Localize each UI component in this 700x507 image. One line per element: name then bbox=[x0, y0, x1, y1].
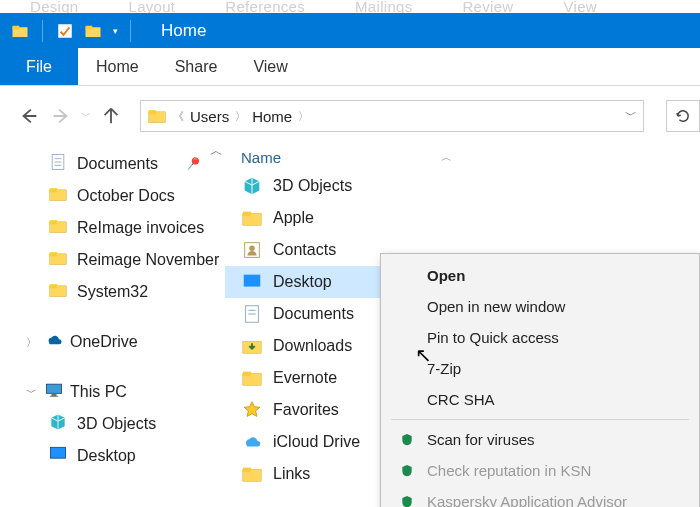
file-item-3d-objects[interactable]: 3D Objects bbox=[225, 170, 700, 202]
breadcrumb-sep-icon[interactable]: 《 bbox=[173, 109, 184, 124]
tab-view[interactable]: View bbox=[235, 48, 305, 85]
ctx-label: 7-Zip bbox=[427, 360, 461, 377]
tab-share[interactable]: Share bbox=[157, 48, 236, 85]
context-menu: Open Open in new window Pin to Quick acc… bbox=[380, 253, 700, 507]
ctx-pin-quick-access[interactable]: Pin to Quick access bbox=[381, 322, 699, 353]
sidebar-item-reimage-invoices[interactable]: ReImage invoices bbox=[20, 212, 225, 244]
folder-icon bbox=[48, 184, 68, 208]
icloud-icon bbox=[241, 431, 263, 453]
sidebar-label: Desktop bbox=[77, 447, 136, 465]
sidebar-label: System32 bbox=[77, 283, 148, 301]
document-icon bbox=[48, 152, 68, 176]
refresh-button[interactable] bbox=[666, 100, 700, 132]
sort-indicator-icon: ︿ bbox=[441, 150, 452, 165]
chevron-right-icon[interactable]: 〉 bbox=[298, 109, 309, 124]
folder-icon bbox=[241, 207, 263, 229]
svg-rect-21 bbox=[50, 396, 58, 397]
sidebar-label: 3D Objects bbox=[77, 415, 156, 433]
ctx-open[interactable]: Open bbox=[381, 260, 699, 291]
sidebar-label: Documents bbox=[77, 155, 158, 173]
svg-rect-2 bbox=[58, 24, 72, 38]
sidebar-item-reimage-november[interactable]: Reimage November bbox=[20, 244, 225, 276]
ctx-label: CRC SHA bbox=[427, 391, 495, 408]
svg-rect-36 bbox=[243, 468, 251, 473]
sidebar-label: Reimage November bbox=[77, 251, 219, 269]
breadcrumb-users[interactable]: Users bbox=[190, 108, 229, 125]
onedrive-icon bbox=[44, 330, 64, 354]
sidebar-item-october-docs[interactable]: October Docs bbox=[20, 180, 225, 212]
svg-rect-34 bbox=[243, 372, 251, 377]
nav-recent-dropdown[interactable]: ﹀ bbox=[78, 101, 94, 131]
3d-objects-icon bbox=[48, 412, 68, 436]
ctx-label: Check reputation in KSN bbox=[427, 462, 591, 479]
3d-objects-icon bbox=[241, 175, 263, 197]
ctx-separator bbox=[391, 419, 689, 420]
sidebar-label: ReImage invoices bbox=[77, 219, 204, 237]
document-icon bbox=[241, 303, 263, 325]
svg-rect-20 bbox=[52, 394, 57, 396]
svg-rect-6 bbox=[149, 110, 157, 114]
ctx-label: Kaspersky Application Advisor bbox=[427, 493, 627, 507]
ctx-open-new-window[interactable]: Open in new window bbox=[381, 291, 699, 322]
scroll-up-icon[interactable]: ︿ bbox=[210, 142, 223, 160]
window-title: Home bbox=[161, 21, 206, 41]
folder-icon bbox=[48, 216, 68, 240]
svg-rect-22 bbox=[51, 447, 66, 458]
shield-icon bbox=[397, 461, 417, 481]
nav-up-button[interactable] bbox=[96, 101, 126, 131]
favorites-icon bbox=[241, 399, 263, 421]
file-tab[interactable]: File bbox=[0, 48, 78, 85]
folder-icon bbox=[241, 367, 263, 389]
breadcrumb-home[interactable]: Home bbox=[252, 108, 292, 125]
qat-folder-icon[interactable] bbox=[83, 21, 103, 41]
file-item-apple[interactable]: Apple bbox=[225, 202, 700, 234]
nav-back-button[interactable] bbox=[14, 101, 44, 131]
svg-rect-25 bbox=[243, 212, 251, 217]
file-label: iCloud Drive bbox=[273, 433, 360, 451]
properties-icon[interactable] bbox=[55, 21, 75, 41]
sidebar: ︿ Documents 📍 October Docs ReImage invoi… bbox=[0, 140, 225, 507]
svg-rect-12 bbox=[50, 188, 58, 192]
folder-icon bbox=[48, 248, 68, 272]
folder-icon bbox=[48, 280, 68, 304]
file-label: Desktop bbox=[273, 273, 332, 291]
sidebar-item-3d-objects[interactable]: 3D Objects bbox=[20, 408, 225, 440]
sidebar-label: OneDrive bbox=[70, 333, 138, 351]
address-folder-icon bbox=[147, 106, 167, 126]
ribbon-tabs: File Home Share View bbox=[0, 48, 700, 86]
sidebar-label: October Docs bbox=[77, 187, 175, 205]
sidebar-this-pc[interactable]: ﹀ This PC bbox=[20, 376, 225, 408]
ctx-label: Scan for viruses bbox=[427, 431, 535, 448]
ctx-scan-viruses[interactable]: Scan for viruses bbox=[381, 424, 699, 455]
ctx-7zip[interactable]: 7-Zip bbox=[381, 353, 699, 384]
tab-home[interactable]: Home bbox=[78, 48, 157, 85]
chevron-right-icon[interactable]: 〉 bbox=[24, 335, 38, 350]
sidebar-label: This PC bbox=[70, 383, 127, 401]
file-label: Apple bbox=[273, 209, 314, 227]
qat-dropdown-icon[interactable]: ▾ bbox=[113, 26, 118, 36]
sidebar-item-desktop[interactable]: Desktop bbox=[20, 440, 225, 472]
sidebar-item-system32[interactable]: System32 bbox=[20, 276, 225, 308]
contacts-icon bbox=[241, 239, 263, 261]
svg-rect-1 bbox=[13, 25, 20, 29]
file-label: Documents bbox=[273, 305, 354, 323]
ctx-kaspersky-advisor[interactable]: Kaspersky Application Advisor bbox=[381, 486, 699, 507]
sidebar-onedrive[interactable]: 〉 OneDrive bbox=[20, 326, 225, 358]
ctx-crc-sha[interactable]: CRC SHA bbox=[381, 384, 699, 415]
ctx-label: Open in new window bbox=[427, 298, 565, 315]
address-expand-icon[interactable]: ﹀ bbox=[625, 107, 637, 124]
ctx-label: Open bbox=[427, 267, 465, 284]
column-label: Name bbox=[241, 149, 281, 166]
address-row: ﹀ 《 Users 〉 Home 〉 ﹀ bbox=[0, 92, 700, 140]
file-label: Favorites bbox=[273, 401, 339, 419]
sidebar-item-documents[interactable]: Documents 📍 bbox=[20, 148, 225, 180]
file-label: Evernote bbox=[273, 369, 337, 387]
ctx-check-ksn[interactable]: Check reputation in KSN bbox=[381, 455, 699, 486]
nav-forward-button[interactable] bbox=[46, 101, 76, 131]
chevron-right-icon[interactable]: 〉 bbox=[235, 109, 246, 124]
chevron-down-icon[interactable]: ﹀ bbox=[24, 385, 38, 400]
svg-rect-18 bbox=[50, 284, 58, 288]
column-header-name[interactable]: Name ︿ bbox=[225, 144, 700, 170]
address-bar[interactable]: 《 Users 〉 Home 〉 ﹀ bbox=[140, 100, 644, 132]
svg-rect-4 bbox=[86, 25, 93, 29]
